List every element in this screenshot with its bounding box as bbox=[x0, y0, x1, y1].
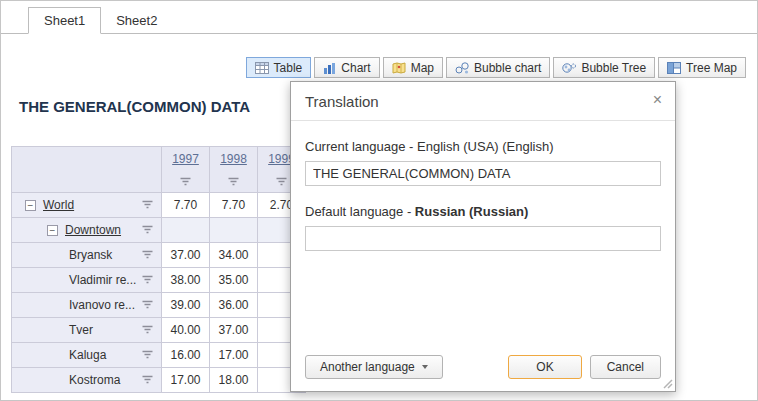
table-view-label: Table bbox=[274, 61, 303, 75]
translation-dialog: Translation × Current language - English… bbox=[290, 81, 676, 392]
row-header: Bryansk bbox=[12, 243, 162, 268]
filter-icon[interactable] bbox=[141, 325, 154, 335]
column-header-link[interactable]: 1997 bbox=[172, 152, 199, 166]
cancel-button[interactable]: Cancel bbox=[590, 355, 661, 379]
row-header: Kostroma bbox=[12, 368, 162, 393]
bubble-tree-view-button[interactable]: Bubble Tree bbox=[553, 57, 655, 78]
dialog-body: Current language - English (USA) (Englis… bbox=[291, 121, 675, 263]
row-label: Kostroma bbox=[69, 373, 120, 387]
dialog-footer: Another language OK Cancel bbox=[305, 355, 661, 379]
row-label: Tver bbox=[69, 323, 93, 337]
data-cell: 37.00 bbox=[162, 243, 210, 268]
default-language-prefix: Default language - bbox=[305, 204, 415, 219]
table-view-button[interactable]: Table bbox=[246, 57, 312, 78]
table-icon bbox=[255, 62, 269, 74]
data-cell: 17.00 bbox=[162, 368, 210, 393]
data-cell: 17.00 bbox=[210, 343, 258, 368]
data-cell: 16.00 bbox=[162, 343, 210, 368]
row-label: Bryansk bbox=[69, 248, 112, 262]
data-cell: 37.00 bbox=[210, 318, 258, 343]
filter-icon[interactable] bbox=[141, 250, 154, 260]
dialog-title: Translation bbox=[305, 93, 379, 110]
row-header: Kaluga bbox=[12, 343, 162, 368]
default-language-label: Default language - Russian (Russian) bbox=[305, 204, 661, 219]
data-cell: 40.00 bbox=[162, 318, 210, 343]
pivot-table: 1997 1998 1999 − World 7.70 7.70 2.70 − … bbox=[11, 146, 306, 393]
row-header: Ivanovo re... bbox=[12, 293, 162, 318]
tree-map-icon bbox=[667, 62, 681, 74]
dialog-header: Translation × bbox=[291, 82, 675, 120]
data-cell: 7.70 bbox=[162, 193, 210, 218]
tab-sheet2[interactable]: Sheet2 bbox=[101, 8, 172, 33]
row-header: − Downtown bbox=[12, 218, 162, 243]
current-language-label: Current language - English (USA) (Englis… bbox=[305, 139, 661, 154]
ok-button[interactable]: OK bbox=[508, 355, 581, 379]
row-header: − World bbox=[12, 193, 162, 218]
filter-icon[interactable] bbox=[141, 300, 154, 310]
filter-icon[interactable] bbox=[275, 177, 288, 187]
filter-icon[interactable] bbox=[141, 375, 154, 385]
data-cell: 34.00 bbox=[210, 243, 258, 268]
map-icon bbox=[392, 62, 406, 74]
data-cell: 39.00 bbox=[162, 293, 210, 318]
filter-icon[interactable] bbox=[179, 177, 192, 187]
resize-grip-icon[interactable] bbox=[662, 378, 673, 389]
column-header: 1998 bbox=[210, 147, 258, 193]
collapse-icon[interactable]: − bbox=[47, 225, 58, 236]
bubble-chart-view-label: Bubble chart bbox=[474, 61, 541, 75]
corner-header-cell bbox=[12, 147, 162, 193]
default-language-input[interactable] bbox=[305, 226, 661, 251]
view-toolbar: Table Chart Map Bubble chart Bubble Tree… bbox=[246, 57, 746, 78]
row-label: Ivanovo re... bbox=[69, 298, 135, 312]
column-header-link[interactable]: 1998 bbox=[220, 152, 247, 166]
data-cell: 35.00 bbox=[210, 268, 258, 293]
data-cell: 38.00 bbox=[162, 268, 210, 293]
row-header: Tver bbox=[12, 318, 162, 343]
data-cell: 18.00 bbox=[210, 368, 258, 393]
current-language-input[interactable] bbox=[305, 161, 661, 186]
collapse-icon[interactable]: − bbox=[25, 200, 36, 211]
row-label: Vladimir re... bbox=[69, 273, 136, 287]
dropdown-caret-icon bbox=[422, 365, 428, 369]
bubble-tree-icon bbox=[562, 62, 576, 74]
bubble-tree-view-label: Bubble Tree bbox=[581, 61, 646, 75]
data-cell: 36.00 bbox=[210, 293, 258, 318]
chart-view-button[interactable]: Chart bbox=[314, 57, 379, 78]
filter-icon[interactable] bbox=[141, 350, 154, 360]
data-cell: 7.70 bbox=[210, 193, 258, 218]
row-label: Kaluga bbox=[69, 348, 106, 362]
page-title: THE GENERAL(COMMON) DATA bbox=[19, 98, 250, 115]
map-view-button[interactable]: Map bbox=[383, 57, 443, 78]
data-cell bbox=[162, 218, 210, 243]
tab-sheet1[interactable]: Sheet1 bbox=[28, 7, 101, 34]
row-label-link[interactable]: Downtown bbox=[65, 223, 121, 237]
tree-map-view-button[interactable]: Tree Map bbox=[658, 57, 746, 78]
app-window: Sheet1 Sheet2 Table Chart Map Bubble cha… bbox=[0, 0, 758, 401]
default-language-name: Russian (Russian) bbox=[415, 204, 528, 219]
filter-icon[interactable] bbox=[141, 225, 154, 235]
filter-icon[interactable] bbox=[227, 177, 240, 187]
bubble-chart-view-button[interactable]: Bubble chart bbox=[446, 57, 550, 78]
chart-icon bbox=[323, 62, 336, 74]
another-language-label: Another language bbox=[320, 360, 415, 374]
another-language-button[interactable]: Another language bbox=[305, 355, 443, 379]
row-label-link[interactable]: World bbox=[43, 198, 74, 212]
data-cell bbox=[210, 218, 258, 243]
close-icon[interactable]: × bbox=[653, 91, 662, 109]
tree-map-view-label: Tree Map bbox=[686, 61, 737, 75]
filter-icon[interactable] bbox=[141, 200, 154, 210]
sheet-tabs: Sheet1 Sheet2 bbox=[1, 1, 757, 34]
column-header: 1997 bbox=[162, 147, 210, 193]
row-header: Vladimir re... bbox=[12, 268, 162, 293]
chart-view-label: Chart bbox=[341, 61, 370, 75]
bubble-chart-icon bbox=[455, 62, 469, 74]
filter-icon[interactable] bbox=[141, 275, 154, 285]
map-view-label: Map bbox=[411, 61, 434, 75]
